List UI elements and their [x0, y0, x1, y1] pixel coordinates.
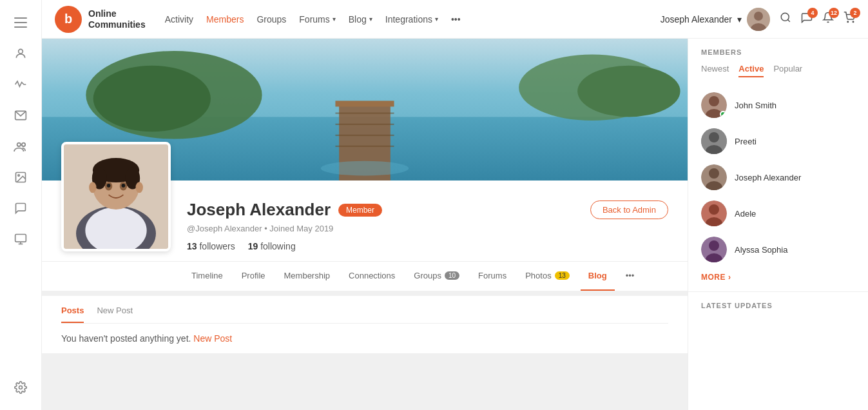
members-title: MEMBERS [701, 48, 855, 56]
profile-avatar [61, 142, 171, 251]
followers-stat[interactable]: 13 followers [187, 241, 235, 251]
member-name-adele: Adele [735, 209, 756, 219]
tab-forums[interactable]: Forums [470, 262, 514, 291]
new-post-link[interactable]: New Post [193, 333, 232, 344]
svg-point-45 [135, 182, 142, 193]
sidebar-activity-icon[interactable] [8, 72, 34, 97]
nav-members[interactable]: Members [206, 14, 244, 24]
members-tab-active[interactable]: Active [738, 64, 764, 77]
svg-point-59 [709, 240, 719, 251]
tab-connections[interactable]: Connections [341, 262, 403, 291]
following-stat[interactable]: 19 following [248, 241, 296, 251]
member-avatar-adele [701, 200, 727, 226]
nav-user-name: Joseph Alexander [661, 14, 732, 24]
svg-rect-1 [14, 22, 27, 23]
messages-icon-btn[interactable]: 4 [801, 12, 813, 26]
svg-point-14 [754, 12, 763, 21]
svg-line-17 [787, 19, 789, 21]
tab-membership[interactable]: Membership [276, 262, 338, 291]
sidebar-mail-icon[interactable] [8, 102, 34, 128]
svg-rect-2 [14, 26, 27, 28]
integrations-chevron: ▾ [435, 15, 438, 23]
notifications-icon-btn[interactable]: 12 [822, 12, 834, 26]
online-indicator [720, 111, 726, 117]
svg-point-8 [18, 175, 19, 177]
member-avatar-preeti [701, 128, 727, 154]
svg-point-19 [853, 21, 854, 23]
nav-more[interactable]: ••• [451, 14, 461, 24]
member-badge: Member [338, 204, 382, 217]
member-name-john: John Smith [735, 101, 776, 110]
search-icon-btn[interactable] [780, 12, 791, 26]
nav-integrations[interactable]: Integrations ▾ [385, 14, 438, 24]
svg-point-6 [22, 143, 25, 146]
svg-point-3 [19, 49, 23, 54]
blog-chevron: ▾ [369, 15, 372, 23]
profile-stats: 13 followers 19 following [187, 241, 668, 251]
profile-main: Joseph Alexander Member Back to Admin @J… [42, 39, 688, 410]
logo-text: OnlineCommunities [88, 8, 146, 30]
user-nav[interactable]: Joseph Alexander ▾ [661, 8, 770, 31]
tab-photos[interactable]: Photos 13 [517, 262, 577, 291]
profile-tabs: Timeline Profile Membership Connections … [42, 261, 688, 291]
member-row-joseph[interactable]: Joseph Alexander [701, 159, 855, 195]
svg-point-47 [709, 96, 719, 106]
member-avatar-john [701, 92, 727, 118]
svg-rect-9 [15, 235, 26, 242]
tab-timeline[interactable]: Timeline [184, 262, 231, 291]
profile-info: Joseph Alexander Member Back to Admin @J… [187, 193, 668, 261]
member-row-adele[interactable]: Adele [701, 195, 855, 231]
back-to-admin-button[interactable]: Back to Admin [590, 200, 668, 219]
latest-updates-title: LATEST UPDATES [701, 302, 855, 309]
members-section: MEMBERS Newest Active Popular [688, 39, 868, 292]
sidebar-menu-icon[interactable] [8, 10, 34, 35]
right-sidebar: MEMBERS Newest Active Popular [688, 39, 868, 410]
members-tab-newest[interactable]: Newest [701, 64, 729, 77]
nav-blog[interactable]: Blog ▾ [349, 14, 372, 24]
member-row-alyssa[interactable]: Alyssa Sophia [701, 231, 855, 268]
svg-point-50 [709, 132, 719, 142]
tab-groups[interactable]: Groups 10 [406, 262, 467, 291]
sidebar-chat-icon[interactable] [8, 195, 34, 221]
posts-tabs: Posts New Post [61, 306, 668, 324]
member-name-joseph: Joseph Alexander [735, 173, 801, 182]
tab-blog[interactable]: Blog [581, 262, 615, 291]
svg-point-25 [577, 66, 680, 117]
logo-icon: b [55, 6, 82, 33]
posts-section: Posts New Post You haven't posted anythi… [42, 296, 688, 353]
svg-point-5 [17, 143, 21, 146]
cart-badge: 2 [850, 8, 860, 18]
sidebar-image-icon[interactable] [8, 164, 34, 190]
tab-more[interactable]: ••• [618, 262, 642, 291]
svg-rect-27 [335, 101, 394, 106]
profile-name-row: Joseph Alexander Member Back to Admin [187, 200, 668, 220]
svg-rect-0 [14, 17, 27, 19]
messages-badge: 4 [807, 8, 818, 18]
top-nav: b OnlineCommunities Activity Members Gro… [42, 0, 868, 39]
member-row-preeti[interactable]: Preeti [701, 123, 855, 159]
svg-point-56 [709, 204, 719, 215]
sidebar-settings-icon[interactable] [8, 375, 34, 400]
nav-activity[interactable]: Activity [165, 14, 193, 24]
sidebar-groups-icon[interactable] [8, 133, 34, 159]
more-members-link[interactable]: MORE › [701, 273, 855, 282]
cart-icon-btn[interactable]: 2 [844, 12, 855, 26]
logo-area[interactable]: b OnlineCommunities [55, 6, 146, 33]
tab-profile[interactable]: Profile [234, 262, 273, 291]
svg-point-42 [107, 184, 111, 188]
posts-tab-new[interactable]: New Post [97, 306, 133, 323]
sidebar-user-icon[interactable] [8, 41, 34, 66]
nav-forums[interactable]: Forums ▾ [299, 14, 335, 24]
sidebar-monitor-icon[interactable] [8, 226, 34, 252]
user-chevron: ▾ [737, 14, 742, 24]
svg-point-43 [122, 184, 126, 188]
svg-point-53 [709, 168, 719, 179]
content-area: Joseph Alexander Member Back to Admin @J… [42, 39, 868, 410]
members-tab-popular[interactable]: Popular [773, 64, 802, 77]
member-row-john[interactable]: John Smith [701, 87, 855, 123]
posts-tab-posts[interactable]: Posts [61, 306, 84, 323]
members-tabs: Newest Active Popular [701, 64, 855, 77]
nav-groups[interactable]: Groups [256, 14, 286, 24]
photos-count: 13 [555, 271, 570, 280]
profile-handle: @Joseph Alexander • Joined May 2019 [187, 224, 668, 233]
